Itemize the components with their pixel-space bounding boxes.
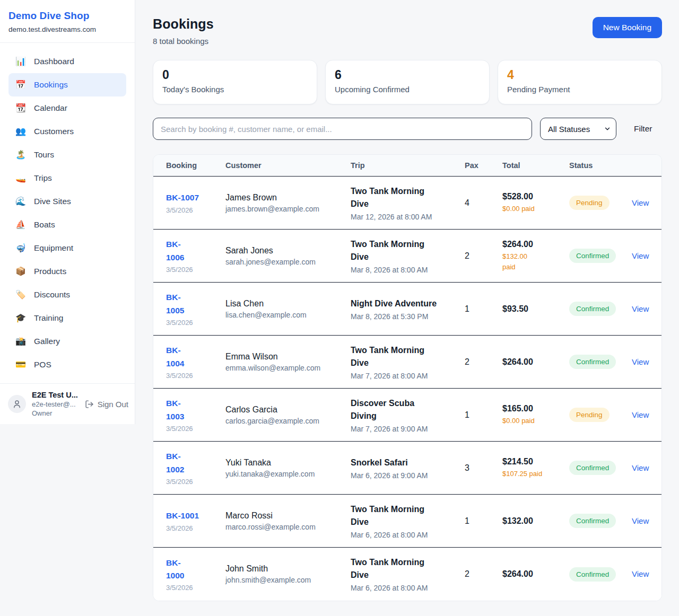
bookings-table: BookingCustomerTripPaxTotalStatus BK-100… — [153, 154, 662, 601]
table-row: BK-10073/5/2026James Brownjames.brown@ex… — [153, 177, 661, 230]
table-header-row: BookingCustomerTripPaxTotalStatus — [153, 155, 661, 177]
trip-cell: Snorkel SafariMar 6, 2026 at 9:00 AM — [351, 456, 465, 480]
status-badge: Confirmed — [569, 461, 616, 475]
booking-number-link[interactable]: BK-1005 — [166, 291, 225, 316]
booking-number-link[interactable]: BK-1002 — [166, 450, 225, 476]
sidebar-item-products[interactable]: 📦Products — [8, 260, 126, 283]
booking-date: 3/5/2026 — [166, 206, 225, 214]
trip-cell: Two Tank MorningDiveMar 7, 2026 at 8:00 … — [351, 344, 465, 380]
customer-email: emma.wilson@example.com — [225, 364, 351, 372]
customer-email: john.smith@example.com — [225, 576, 351, 584]
total-amount: $264.00 — [502, 569, 569, 579]
sidebar-item-pos[interactable]: 💳POS — [8, 353, 126, 376]
view-link[interactable]: View — [632, 463, 649, 472]
view-link[interactable]: View — [632, 569, 649, 578]
sidebar-item-equipment[interactable]: 🤿Equipment — [8, 236, 126, 260]
booking-number-link[interactable]: BK-1007 — [166, 191, 225, 204]
total-amount: $264.00 — [502, 240, 569, 249]
table-row: BK-10023/5/2026Yuki Tanakayuki.tanaka@ex… — [153, 442, 661, 495]
trip-cell: Night Dive AdventureMar 8, 2026 at 5:30 … — [351, 297, 465, 321]
actions-cell: View — [632, 198, 649, 208]
camera-flash-icon: 📸 — [15, 337, 26, 346]
status-badge: Confirmed — [569, 249, 616, 263]
status-cell: Confirmed — [569, 514, 632, 528]
sidebar-item-dashboard[interactable]: 📊Dashboard — [8, 50, 126, 73]
sidebar-item-label: Equipment — [34, 243, 73, 253]
trip-name: Discover ScubaDiving — [351, 397, 465, 423]
pax-cell: 1 — [465, 410, 502, 420]
view-link[interactable]: View — [632, 198, 649, 207]
sidebar-item-boats[interactable]: ⛵Boats — [8, 213, 126, 236]
total-cell: $264.00 — [502, 569, 569, 579]
table-row: BK-10013/5/2026Marco Rossimarco.rossi@ex… — [153, 495, 661, 548]
sidebar-item-gallery[interactable]: 📸Gallery — [8, 330, 126, 353]
search-input[interactable] — [153, 118, 532, 140]
column-header-pax: Pax — [465, 161, 502, 170]
view-link[interactable]: View — [632, 357, 649, 366]
view-link[interactable]: View — [632, 410, 649, 419]
booking-cell: BK-10003/5/2026 — [166, 557, 225, 592]
trip-datetime: Mar 8, 2026 at 8:00 AM — [351, 266, 465, 274]
view-link[interactable]: View — [632, 251, 649, 260]
stat-label: Upcoming Confirmed — [335, 85, 480, 94]
stat-value: 6 — [335, 68, 480, 82]
sidebar-item-customers[interactable]: 👥Customers — [8, 120, 126, 143]
sidebar-item-discounts[interactable]: 🏷️Discounts — [8, 283, 126, 306]
credit-card-icon: 💳 — [15, 360, 26, 369]
customer-cell: Sarah Jonessarah.jones@example.com — [225, 246, 351, 266]
sidebar-item-bookings[interactable]: 📅Bookings — [8, 73, 126, 96]
sidebar-item-label: Bookings — [34, 80, 68, 90]
customer-name: Marco Rossi — [225, 511, 351, 521]
sidebar-item-label: Calendar — [34, 103, 67, 113]
total-amount: $214.50 — [502, 457, 569, 467]
booking-number-link[interactable]: BK-1000 — [166, 557, 225, 582]
actions-cell: View — [632, 569, 649, 579]
booking-number-link[interactable]: BK-1004 — [166, 344, 225, 369]
total-amount: $264.00 — [502, 357, 569, 367]
status-badge: Pending — [569, 196, 610, 210]
sidebar-item-training[interactable]: 🎓Training — [8, 306, 126, 330]
customer-cell: Emma Wilsonemma.wilson@example.com — [225, 352, 351, 372]
pax-cell: 2 — [465, 357, 502, 367]
sidebar-item-trips[interactable]: 🚤Trips — [8, 166, 126, 190]
sign-out-button[interactable]: Sign Out — [85, 400, 128, 409]
sidebar-item-calendar[interactable]: 📆Calendar — [8, 96, 126, 120]
new-booking-button[interactable]: New Booking — [593, 17, 662, 38]
pax-cell: 4 — [465, 198, 502, 208]
status-cell: Pending — [569, 408, 632, 422]
status-badge: Confirmed — [569, 567, 616, 582]
booking-cell: BK-10013/5/2026 — [166, 509, 225, 532]
filter-button[interactable]: Filter — [634, 124, 652, 134]
sidebar-item-label: Boats — [34, 220, 55, 230]
sidebar-item-label: Customers — [34, 127, 74, 136]
booking-number-link[interactable]: BK-1006 — [166, 238, 225, 263]
total-cell: $528.00$0.00 paid — [502, 192, 569, 214]
actions-cell: View — [632, 463, 649, 473]
app-root: Demo Dive Shop demo.test.divestreams.com… — [0, 0, 679, 616]
sidebar-item-tours[interactable]: 🏝️Tours — [8, 143, 126, 166]
status-select[interactable]: All Statuses — [540, 118, 616, 140]
sidebar-item-dive-sites[interactable]: 🌊Dive Sites — [8, 190, 126, 213]
view-link[interactable]: View — [632, 304, 649, 313]
customer-email: carlos.garcia@example.com — [225, 417, 351, 425]
sidebar-item-label: Tours — [34, 150, 54, 160]
customer-cell: James Brownjames.brown@example.com — [225, 193, 351, 213]
booking-number-link[interactable]: BK-1001 — [166, 509, 225, 522]
booking-number-link[interactable]: BK-1003 — [166, 397, 225, 423]
user-name: E2E Test U... — [32, 391, 78, 399]
speedboat-icon: 🚤 — [15, 174, 26, 182]
status-cell: Confirmed — [569, 461, 632, 475]
trip-datetime: Mar 12, 2026 at 8:00 AM — [351, 213, 465, 221]
avatar — [8, 395, 26, 413]
actions-cell: View — [632, 516, 649, 526]
trip-datetime: Mar 8, 2026 at 5:30 PM — [351, 312, 465, 321]
sign-out-icon — [85, 400, 94, 409]
status-cell: Confirmed — [569, 567, 632, 582]
brand-name: Demo Dive Shop — [8, 10, 126, 22]
pax-cell: 1 — [465, 304, 502, 314]
customer-cell: Lisa Chenlisa.chen@example.com — [225, 299, 351, 319]
customer-name: Lisa Chen — [225, 299, 351, 309]
view-link[interactable]: View — [632, 516, 649, 525]
actions-cell: View — [632, 251, 649, 261]
table-row: BK-10043/5/2026Emma Wilsonemma.wilson@ex… — [153, 336, 661, 389]
